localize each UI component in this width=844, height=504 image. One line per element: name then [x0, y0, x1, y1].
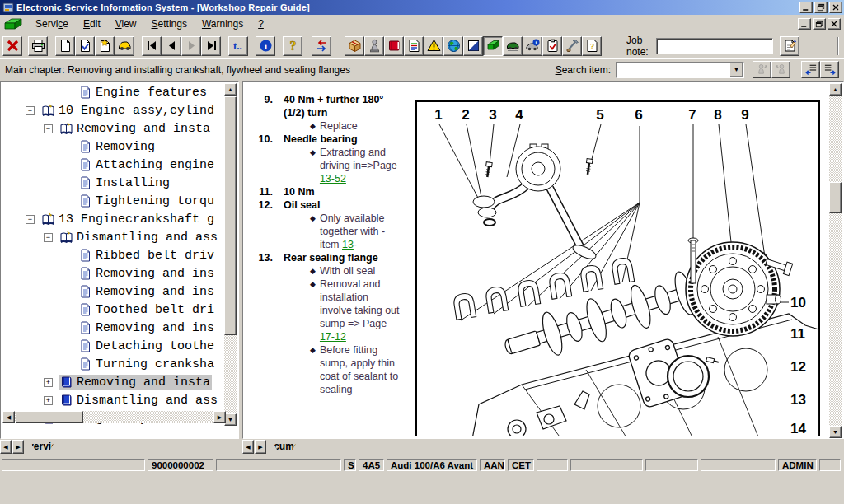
elsa-button[interactable]	[483, 36, 503, 56]
swap-button[interactable]	[312, 36, 331, 56]
vehicle-info-button[interactable]: i	[523, 36, 542, 56]
tree-expander-icon[interactable]: −	[44, 233, 53, 242]
repair-manual-button[interactable]	[384, 36, 404, 56]
document-vertical-scrollbar[interactable]: ▲ ▼	[829, 83, 842, 438]
tree-item-content: Attaching engine	[78, 157, 216, 173]
scroll-right-icon[interactable]: ▶	[213, 411, 226, 423]
legend-bullet: ◆Only available together with - item 13-	[310, 212, 407, 251]
tree-item[interactable]: −Dismantling and ass	[2, 228, 223, 246]
document-help-button[interactable]: ?	[582, 36, 602, 56]
outline-left-button[interactable]	[801, 61, 820, 78]
document-list-button[interactable]	[404, 36, 424, 56]
legend-item-number: 9.	[245, 93, 273, 133]
tree-expander-icon[interactable]: +	[44, 396, 53, 405]
nav-back-button[interactable]	[162, 36, 181, 56]
contrast-button[interactable]	[463, 36, 483, 56]
page-link[interactable]: 13	[342, 239, 354, 250]
tools-icon	[565, 39, 579, 53]
search-item-combobox[interactable]: ▼	[616, 62, 744, 78]
legend-item-number: 10.	[245, 133, 273, 185]
tree-item[interactable]: −13 Enginecrankshaft g	[2, 210, 223, 228]
page-link[interactable]: 17-12	[320, 331, 346, 343]
vehicle-button[interactable]	[115, 36, 134, 56]
tree-item[interactable]: Removing and ins	[2, 282, 223, 301]
restore-button[interactable]	[814, 2, 828, 13]
tree-expander-icon[interactable]: −	[26, 106, 35, 115]
scroll-up-icon[interactable]: ▲	[224, 83, 237, 96]
tree-hscroll-thumb[interactable]	[16, 411, 83, 423]
doc-scroll-up-icon[interactable]: ▲	[829, 83, 842, 96]
checklist-button[interactable]	[542, 36, 562, 56]
tree-item[interactable]: Removing and ins	[2, 319, 223, 337]
tree-item[interactable]: Removing and ins	[2, 264, 223, 282]
search-item-input[interactable]	[617, 63, 729, 77]
help-button[interactable]: ?	[283, 36, 302, 56]
app-window: Electronic Service Information System - …	[0, 0, 844, 504]
job-note-edit-button[interactable]	[780, 36, 799, 56]
document-icon	[78, 176, 92, 189]
tree-item[interactable]: Attaching engine	[2, 156, 223, 174]
document-check-button[interactable]	[75, 36, 95, 56]
tree-item[interactable]: −10 Engine assy,cylind	[2, 101, 223, 119]
tree-item[interactable]: −Removing and insta	[2, 119, 223, 138]
tree-vertical-scrollbar[interactable]: ▲ ▼	[224, 83, 237, 426]
tree-item[interactable]: Installing	[2, 174, 223, 192]
scroll-left-icon[interactable]: ◀	[2, 411, 15, 423]
tree-item-content: Dismantling and ass	[59, 393, 219, 408]
tree-item[interactable]: Toothed belt dri	[2, 301, 223, 319]
close-button[interactable]	[829, 2, 842, 13]
mdi-restore-button[interactable]	[813, 18, 826, 30]
menu-settings[interactable]: Settings	[144, 16, 195, 32]
tree-item[interactable]: Removing	[2, 138, 223, 156]
globe-icon	[447, 39, 461, 53]
tree-item[interactable]: +Dismantling and ass	[2, 391, 223, 409]
mdi-minimize-button[interactable]	[798, 18, 811, 30]
tree-item[interactable]: Ribbed belt driv	[2, 246, 223, 264]
tree-expander-icon[interactable]: −	[44, 124, 53, 133]
page-link[interactable]: 13-52	[320, 173, 346, 184]
info-button[interactable]: i	[256, 36, 275, 56]
outline-right-button[interactable]	[820, 61, 839, 78]
tree-item-label: Tightening torqu	[96, 194, 214, 208]
print-button[interactable]	[28, 36, 48, 56]
workshop-tools-button[interactable]	[562, 36, 582, 56]
tab-scroll-left-icon[interactable]: ◀	[0, 440, 12, 454]
tree-horizontal-scrollbar[interactable]: ◀ ▶	[2, 411, 226, 423]
mdi-close-button[interactable]	[828, 18, 841, 30]
nav-last-button[interactable]	[201, 36, 221, 56]
nav-first-button[interactable]	[142, 36, 162, 56]
combo-dropdown-button[interactable]: ▼	[729, 63, 743, 77]
tree-item[interactable]: +Removing and insta	[2, 373, 223, 391]
scroll-down-icon[interactable]: ▼	[224, 413, 237, 426]
menu-view[interactable]: View	[108, 16, 144, 32]
tree-item[interactable]: Detaching toothe	[2, 337, 223, 355]
tree-scroll-thumb[interactable]	[224, 96, 237, 335]
tab-scroll-right-icon[interactable]: ▶	[12, 440, 24, 454]
warnings-button[interactable]	[424, 36, 443, 56]
parts-catalog-button[interactable]	[345, 36, 364, 56]
delete-document-button[interactable]	[2, 36, 22, 56]
doc-tab-scroll-left-icon[interactable]: ◀	[242, 440, 254, 454]
tree-expander-icon[interactable]: −	[26, 215, 35, 224]
tree-expander-icon[interactable]: +	[44, 378, 53, 387]
text-search-button[interactable]: t..	[228, 36, 248, 56]
doc-tab-scroll-right-icon[interactable]: ▶	[255, 440, 266, 454]
tree-item[interactable]: Engine features	[2, 83, 223, 101]
minimize-button[interactable]	[799, 2, 813, 13]
tree-item[interactable]: Tightening torqu	[2, 192, 223, 210]
new-note-button[interactable]	[95, 36, 115, 56]
doc-scroll-down-icon[interactable]: ▼	[829, 426, 842, 438]
menu-items: ServiceEditViewSettingsWarnings?	[28, 18, 271, 30]
menu-[interactable]: ?	[251, 16, 271, 32]
tree-item[interactable]: Turning cranksha	[2, 355, 223, 373]
vehicle-view-button[interactable]	[503, 36, 523, 56]
menu-edit[interactable]: Edit	[76, 16, 108, 32]
customer-button[interactable]	[364, 36, 384, 56]
callout-1: 1	[434, 107, 442, 123]
new-document-button[interactable]	[55, 36, 75, 56]
menu-service[interactable]: Service	[28, 16, 76, 32]
job-note-input[interactable]	[656, 38, 773, 54]
global-button[interactable]	[443, 36, 463, 56]
menu-warnings[interactable]: Warnings	[195, 16, 251, 32]
doc-scroll-thumb[interactable]	[829, 182, 842, 213]
